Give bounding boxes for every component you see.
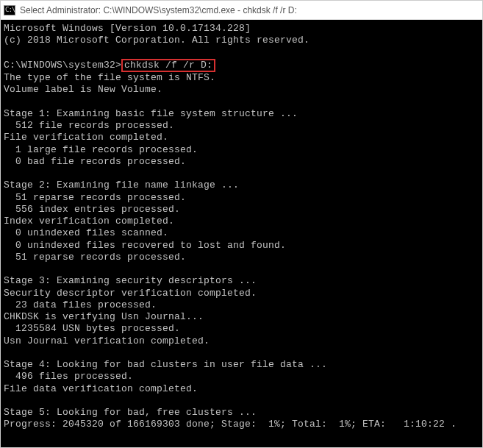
highlighted-command: chkdsk /f /r D: — [121, 59, 215, 72]
output-line: (c) 2018 Microsoft Corporation. All righ… — [4, 35, 310, 46]
output-line: Volume label is New Volume. — [4, 84, 162, 95]
output-line: 1235584 USN bytes processed. — [4, 323, 180, 334]
output-line: Usn Journal verification completed. — [4, 335, 210, 346]
output-line: Progress: 2045320 of 166169303 done; Sta… — [4, 419, 457, 430]
window-title: Select Administrator: C:\WINDOWS\system3… — [20, 5, 297, 15]
window-titlebar[interactable]: C:\ Select Administrator: C:\WINDOWS\sys… — [1, 1, 482, 20]
output-line: Stage 1: Examining basic file system str… — [4, 108, 298, 119]
output-line: 51 reparse records processed. — [4, 252, 186, 263]
output-line: 512 file records processed. — [4, 120, 174, 131]
output-line: 23 data files processed. — [4, 299, 157, 310]
prompt-text: C:\WINDOWS\system32> — [4, 60, 121, 71]
output-line: Stage 4: Looking for bad clusters in use… — [4, 359, 327, 370]
output-line: Stage 5: Looking for bad, free clusters … — [4, 407, 257, 418]
output-line: 1 large file records processed. — [4, 144, 198, 155]
output-line: File data verification completed. — [4, 383, 198, 394]
output-line: CHKDSK is verifying Usn Journal... — [4, 311, 204, 322]
prompt-line: C:\WINDOWS\system32>chkdsk /f /r D: — [4, 60, 215, 71]
output-line: 556 index entries processed. — [4, 204, 180, 215]
output-line: 496 files processed. — [4, 371, 133, 382]
output-line: Microsoft Windows [Version 10.0.17134.22… — [4, 23, 251, 34]
output-line: Stage 2: Examining file name linkage ... — [4, 179, 239, 191]
terminal-output[interactable]: Microsoft Windows [Version 10.0.17134.22… — [1, 20, 482, 447]
output-line: 0 unindexed files recovered to lost and … — [4, 240, 286, 251]
output-line: 51 reparse records processed. — [4, 192, 186, 203]
output-line: The type of the file system is NTFS. — [4, 72, 215, 83]
output-line: Index verification completed. — [4, 216, 174, 227]
cmd-icon: C:\ — [4, 5, 15, 15]
output-line: Security descriptor verification complet… — [4, 288, 257, 299]
output-line: 0 unindexed files scanned. — [4, 227, 168, 238]
output-line: File verification completed. — [4, 132, 168, 143]
output-line: 0 bad file records processed. — [4, 156, 186, 167]
command-prompt-window: C:\ Select Administrator: C:\WINDOWS\sys… — [0, 0, 483, 448]
output-line: Stage 3: Examining security descriptors … — [4, 275, 257, 286]
